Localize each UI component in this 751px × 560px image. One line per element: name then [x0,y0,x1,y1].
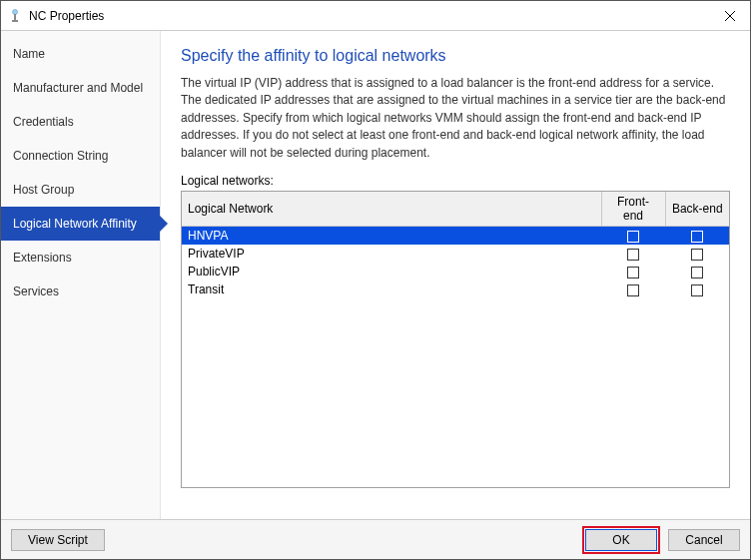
page-description: The virtual IP (VIP) address that is ass… [181,75,730,162]
svg-rect-2 [12,20,18,22]
app-icon [7,8,23,24]
sidebar-item-host-group[interactable]: Host Group [1,173,160,207]
col-back-end[interactable]: Back-end [665,192,729,227]
sidebar-item-services[interactable]: Services [1,275,160,308]
back-end-checkbox[interactable] [691,284,703,296]
sidebar-item-extensions[interactable]: Extensions [1,241,160,275]
close-icon [725,11,735,21]
sidebar-item-credentials[interactable]: Credentials [1,105,160,139]
table-row[interactable]: PublicVIP [182,263,729,280]
sidebar: Name Manufacturer and Model Credentials … [1,31,161,520]
sidebar-item-name[interactable]: Name [1,37,160,71]
cell-name: Transit [182,280,601,298]
front-end-checkbox[interactable] [627,284,639,296]
view-script-button[interactable]: View Script [11,529,105,551]
window-title: NC Properties [29,9,710,23]
cell-name: PublicVIP [182,263,601,280]
main-panel: Specify the affinity to logical networks… [161,31,750,520]
table-row[interactable]: HNVPA [182,226,729,245]
table-row[interactable]: PrivateVIP [182,245,729,263]
back-end-checkbox[interactable] [691,231,703,243]
front-end-checkbox[interactable] [627,267,639,279]
sidebar-item-logical-network-affinity[interactable]: Logical Network Affinity [1,207,160,241]
ok-button[interactable]: OK [585,529,657,551]
front-end-checkbox[interactable] [627,249,639,261]
back-end-checkbox[interactable] [691,267,703,279]
close-button[interactable] [710,2,750,30]
action-bar: View Script OK Cancel [1,519,750,559]
col-logical-network[interactable]: Logical Network [182,192,601,227]
cell-name: HNVPA [182,226,601,245]
svg-rect-1 [14,14,16,20]
logical-networks-table: Logical Network Front-end Back-end HNVPA… [181,191,730,488]
titlebar: NC Properties [1,1,750,31]
col-front-end[interactable]: Front-end [601,192,665,227]
table-header-row: Logical Network Front-end Back-end [182,192,729,227]
list-label: Logical networks: [181,174,730,188]
cancel-button[interactable]: Cancel [668,529,740,551]
table-row[interactable]: Transit [182,280,729,298]
ok-button-highlight: OK [582,526,660,554]
sidebar-item-manufacturer[interactable]: Manufacturer and Model [1,71,160,105]
cell-name: PrivateVIP [182,245,601,263]
svg-point-0 [13,9,18,14]
front-end-checkbox[interactable] [627,231,639,243]
sidebar-item-connection-string[interactable]: Connection String [1,139,160,173]
page-heading: Specify the affinity to logical networks [181,47,730,65]
back-end-checkbox[interactable] [691,249,703,261]
